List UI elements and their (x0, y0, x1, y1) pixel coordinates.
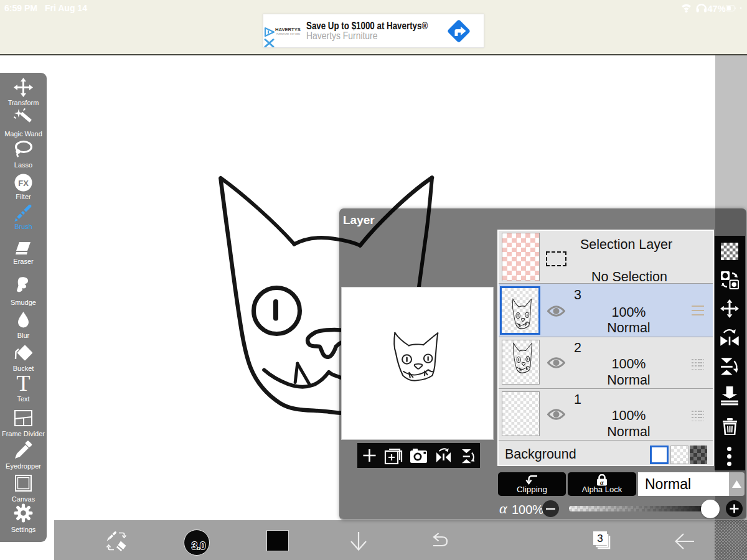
svg-text:3: 3 (597, 533, 603, 544)
svg-text:FX: FX (18, 179, 29, 188)
svg-text:3.0: 3.0 (192, 541, 205, 551)
